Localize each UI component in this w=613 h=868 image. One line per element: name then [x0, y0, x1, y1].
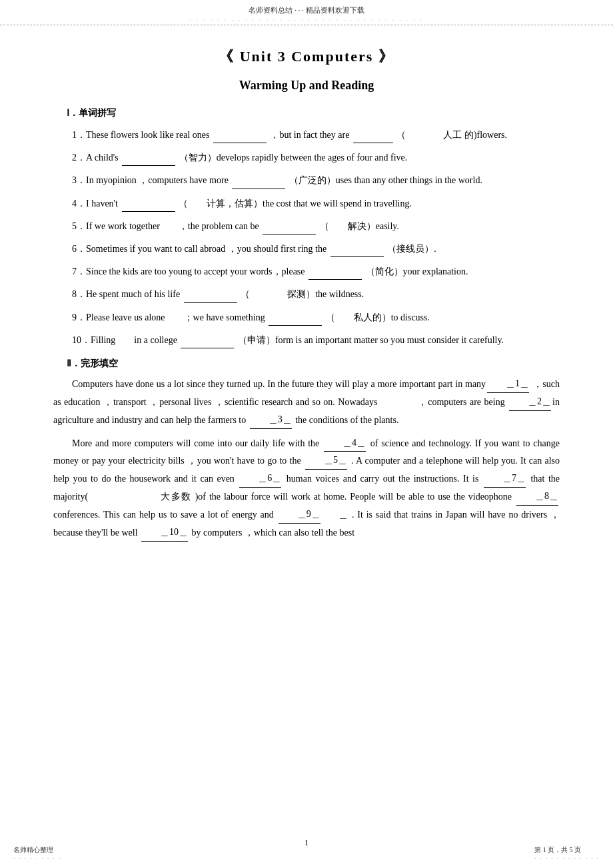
- q2-text: 2．A child's: [72, 153, 119, 163]
- para2-text1: More and more computers will come into o…: [72, 438, 322, 448]
- blank-2[interactable]: ＿2＿: [509, 393, 551, 411]
- blank-4[interactable]: ＿4＿: [324, 434, 366, 452]
- page-container: 名师资料总结 · · · 精品资料欢迎下载 · · · · · · · · · …: [0, 0, 613, 868]
- q8-hint: （ 探测）the wildness.: [241, 289, 364, 299]
- blank-10[interactable]: ＿10＿: [141, 524, 188, 542]
- question-8: 8．He spent much of his life （ 探测）the wil…: [53, 285, 560, 302]
- footer-left: 名师精心整理 · · · · · · · · ·: [13, 845, 61, 861]
- question-4: 4．I haven't （ 计算，估算）the cost that we wil…: [53, 195, 560, 212]
- q7-hint: （简化）your explanation.: [366, 266, 468, 276]
- question-2: 2．A child's （智力）develops rapidly between…: [53, 149, 560, 166]
- part1-heading: Ⅰ．单词拼写: [67, 107, 560, 119]
- main-content: 《 Unit 3 Computers 》 Warming Up and Read…: [0, 27, 613, 574]
- q2-hint: （智力）develops rapidly between the ages of…: [179, 153, 408, 163]
- q6-hint: （接线员）.: [387, 244, 436, 254]
- q6-blank[interactable]: [330, 240, 384, 257]
- q3-hint: （广泛的）uses than any other things in the w…: [289, 175, 482, 185]
- blank-1[interactable]: ＿1＿: [487, 375, 529, 393]
- q10-text: 10．Filling in a college: [72, 335, 177, 345]
- question-10: 10．Filling in a college （申请）form is an i…: [53, 331, 560, 348]
- question-9: 9．Please leave us alone ；we have somethi…: [53, 308, 560, 326]
- para2-text6: conferences. This can help us to save a …: [53, 510, 277, 520]
- blank-6[interactable]: ＿6＿: [239, 470, 281, 488]
- question-1: 1．These flowers look like real ones ，but…: [53, 126, 560, 143]
- q3-blank[interactable]: [232, 171, 285, 189]
- blank-8[interactable]: ＿8＿: [516, 488, 558, 506]
- para1-text4: the conditions of the plants.: [293, 415, 399, 425]
- q1-blank2[interactable]: [353, 126, 393, 143]
- para1-text: Computers have done us a lot since they …: [72, 379, 486, 389]
- para2-text4: human voices and carry out the instructi…: [283, 474, 482, 484]
- q1-blank1[interactable]: [213, 126, 267, 143]
- page-num: 1: [305, 837, 309, 847]
- q4-text: 4．I haven't: [72, 199, 118, 209]
- header-dashes: · · · · · · · · · · · · · · · · · · · · …: [189, 17, 424, 23]
- header-text: 名师资料总结 · · · 精品资料欢迎下载: [249, 6, 364, 14]
- q8-blank[interactable]: [184, 285, 237, 302]
- footer-left-label: 名师精心整理: [13, 845, 61, 855]
- question-6: 6．Sometimes if you want to call abroad ，…: [53, 240, 560, 257]
- q9-blank[interactable]: [269, 308, 322, 326]
- q1-num: 1．These flowers look like real ones: [72, 130, 209, 140]
- q5-blank[interactable]: [263, 217, 316, 234]
- q10-hint: （申请）form is an important matter so you m…: [238, 335, 504, 345]
- blank-5[interactable]: ＿5＿: [305, 452, 347, 470]
- q5-text: 5．If we work together ，the problem can b…: [72, 221, 259, 231]
- question-3: 3．In myopinion ，computers have more （广泛的…: [53, 171, 560, 189]
- q9-text: 9．Please leave us alone ；we have somethi…: [72, 312, 265, 322]
- q2-blank[interactable]: [122, 149, 175, 166]
- q7-blank[interactable]: [308, 262, 362, 280]
- unit-title: 《 Unit 3 Computers 》: [53, 47, 560, 67]
- section-title: Warming Up and Reading: [53, 79, 560, 93]
- q1-hint: （ 人工: [396, 130, 462, 140]
- question-5: 5．If we work together ，the problem can b…: [53, 217, 560, 234]
- q4-hint: （ 计算，估算）the cost that we will spend in t…: [179, 199, 412, 209]
- q3-text: 3．In myopinion ，computers have more: [72, 175, 229, 185]
- q10-blank[interactable]: [181, 331, 234, 348]
- q1-cont: 的)flowers.: [464, 130, 507, 140]
- q4-blank[interactable]: [122, 195, 175, 212]
- blank-9[interactable]: ＿9＿: [279, 506, 320, 524]
- q8-text: 8．He spent much of his life: [72, 289, 180, 299]
- q6-text: 6．Sometimes if you want to call abroad ，…: [72, 244, 326, 254]
- footer-page-info: 第 1 页，共 5 页: [534, 845, 600, 855]
- page-number-center: 1: [305, 837, 309, 848]
- footer-right-dots: · · · · · · · · · · · ·: [534, 855, 600, 861]
- header-bar: 名师资料总结 · · · 精品资料欢迎下载 · · · · · · · · · …: [0, 0, 613, 25]
- footer-left-dots: · · · · · · · · ·: [13, 855, 61, 861]
- q1-mid: ，but in fact they are: [270, 130, 349, 140]
- footer-right: 第 1 页，共 5 页 · · · · · · · · · · · ·: [534, 845, 600, 861]
- q9-hint: （ 私人的）to discuss.: [326, 312, 430, 322]
- q7-text: 7．Since the kids are too young to accept…: [72, 266, 305, 276]
- para2-text8: by computers ，which can also tell the be…: [189, 528, 354, 538]
- part2-heading: Ⅱ．完形填空: [67, 358, 560, 370]
- blank-7[interactable]: ＿7＿: [484, 470, 526, 488]
- blank-3[interactable]: ＿3＿: [250, 411, 292, 429]
- question-7: 7．Since the kids are too young to accept…: [53, 262, 560, 280]
- q5-hint: （ 解决）easily.: [320, 221, 399, 231]
- part2-para2: More and more computers will come into o…: [53, 434, 560, 542]
- part2-para1: Computers have done us a lot since they …: [53, 375, 560, 429]
